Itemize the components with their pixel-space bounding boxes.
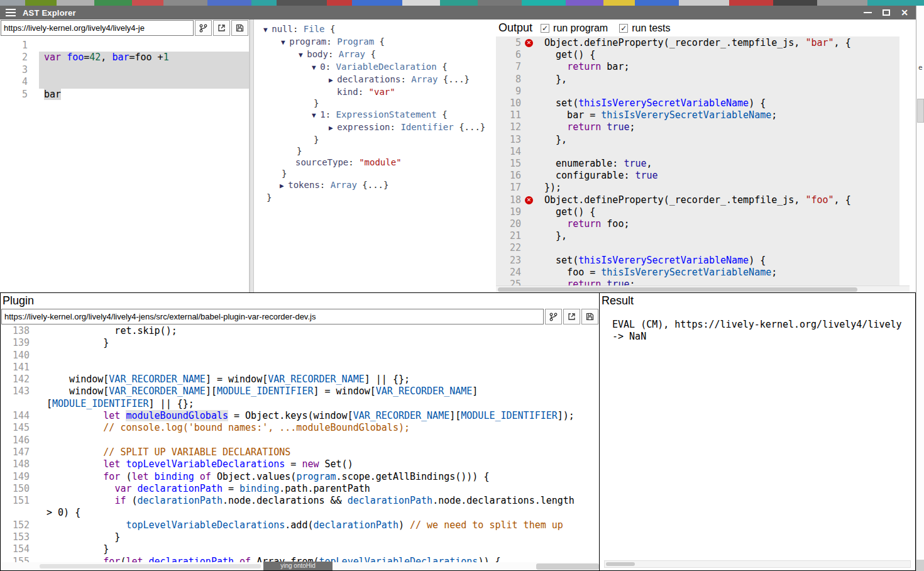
- line-number: 18✕: [496, 194, 524, 206]
- code-line: 8 },: [496, 74, 899, 86]
- plugin-url-row: https://lively-kernel.org/lively4/lively…: [1, 308, 599, 325]
- code-line: 17});: [496, 182, 899, 194]
- line-number: 22: [496, 242, 524, 254]
- status-fragment: ying ontoHid: [263, 562, 333, 570]
- run-program-checkbox[interactable]: ✓: [541, 24, 549, 33]
- result-horizontal-scrollbar[interactable]: [604, 560, 911, 568]
- plugin-panel: Plugin https://lively-kernel.org/lively4…: [0, 292, 600, 571]
- output-horizontal-scrollbar[interactable]: [496, 286, 910, 292]
- scrollbar-thumb[interactable]: [606, 562, 635, 566]
- error-icon[interactable]: ✕: [525, 39, 533, 47]
- code-line: 138 ret.skip();: [1, 325, 599, 337]
- code-line: 145 // console.log('bound names:', ...mo…: [1, 422, 599, 434]
- minimize-icon[interactable]: [864, 12, 872, 13]
- code-line: 14: [496, 146, 899, 158]
- source-code-editor[interactable]: 1 2var foo=42, bar=foo +13 4 5bar: [0, 38, 249, 292]
- code-line: 5✕Object.defineProperty(_recorder_.tempf…: [496, 37, 899, 49]
- code-line: 147 // SPLIT UP VARIABLE DECLARATIONS: [1, 446, 599, 458]
- code-line: 141: [1, 362, 599, 374]
- plugin-horizontal-scrollbar[interactable]: ying ontoHid: [1, 562, 599, 570]
- code-line: }: [254, 145, 496, 157]
- hamburger-menu-icon[interactable]: [6, 9, 16, 16]
- result-output: EVAL (CM), https://lively-kernel.org/liv…: [600, 308, 915, 343]
- line-number: 140: [1, 350, 36, 362]
- plugin-url-input[interactable]: https://lively-kernel.org/lively4/lively…: [1, 309, 544, 324]
- line-number: 21: [496, 230, 524, 242]
- ast-tree-view[interactable]: ▼ null: File {▼ program: Program {▼ body…: [254, 19, 496, 292]
- scrollbar-thumb[interactable]: [536, 563, 599, 570]
- code-line: }: [254, 168, 496, 179]
- line-number: 12: [496, 121, 524, 133]
- code-line: ▼ null: File {: [254, 23, 496, 36]
- source-url-input[interactable]: https://lively-kernel.org/lively4/lively…: [1, 20, 194, 36]
- code-line: 6 get() {: [496, 49, 899, 61]
- line-number: 153: [1, 531, 36, 543]
- line-number: 143: [1, 385, 36, 397]
- code-line: 23 set(thisIsVererySecretVariableName) {: [496, 255, 899, 267]
- code-line: ▶ tokens: Array {...}: [254, 179, 496, 192]
- line-number: 5✕: [496, 37, 524, 49]
- code-line: ▼ 0: VariableDeclaration {: [254, 61, 496, 74]
- window-titlebar[interactable]: AST Explorer ✕: [0, 6, 916, 19]
- plugin-save-button[interactable]: [581, 309, 598, 324]
- output-label: Output: [498, 21, 532, 35]
- code-line: 3: [0, 64, 249, 76]
- source-save-button[interactable]: [231, 20, 248, 36]
- line-number: 6: [496, 49, 524, 61]
- line-number: 1: [0, 40, 39, 52]
- code-line: 140: [1, 350, 599, 362]
- plugin-branch-button[interactable]: [545, 309, 562, 324]
- save-icon: [586, 313, 594, 321]
- code-line: EVAL (CM), https://lively-kernel.org/liv…: [612, 319, 915, 331]
- code-line: }: [254, 192, 496, 203]
- line-number: 147: [1, 446, 36, 458]
- source-branch-button[interactable]: [195, 20, 212, 36]
- result-title: Result: [600, 293, 915, 308]
- code-line: 7 return bar;: [496, 61, 899, 73]
- code-line: 21 },: [496, 230, 899, 242]
- line-number: 9: [496, 86, 524, 97]
- code-line: 139 }: [1, 337, 599, 349]
- code-line: kind: "var": [254, 86, 496, 97]
- run-tests-checkbox[interactable]: ✓: [619, 24, 628, 33]
- code-line: 1: [0, 40, 249, 52]
- source-open-external-button[interactable]: [213, 20, 230, 36]
- code-line: > 0) {: [1, 507, 599, 519]
- line-number: 148: [1, 458, 36, 470]
- top-region: https://lively-kernel.org/lively4/lively…: [0, 19, 916, 292]
- line-number: [1, 398, 36, 410]
- plugin-title: Plugin: [1, 293, 599, 308]
- plugin-open-external-button[interactable]: [563, 309, 580, 324]
- edge-bottom-fragment: [916, 560, 924, 571]
- scrollbar-track[interactable]: [40, 564, 261, 568]
- output-code-view[interactable]: 5✕Object.defineProperty(_recorder_.tempf…: [496, 36, 899, 286]
- scrollbar-thumb[interactable]: [498, 287, 857, 292]
- error-icon[interactable]: ✕: [525, 196, 533, 204]
- code-line: 25 return true;: [496, 279, 899, 286]
- edge-scrollbar-fragment: [917, 99, 924, 123]
- line-number: 146: [1, 435, 36, 446]
- line-number: 10: [496, 97, 524, 109]
- desktop-background-strip: [0, 0, 924, 6]
- code-line: 144 let moduleBoundGlobals = Object.keys…: [1, 410, 599, 422]
- code-line: 16 configurable: true: [496, 170, 899, 182]
- panel-splitter[interactable]: [250, 19, 254, 292]
- code-line: 5bar: [0, 89, 249, 101]
- code-line: 154 }: [1, 543, 599, 555]
- code-line: 146: [1, 435, 599, 446]
- code-line: 143 window[VAR_RECORDER_NAME][MODULE_IDE…: [1, 385, 599, 397]
- window-controls: ✕: [864, 8, 908, 17]
- bottom-region: Plugin https://lively-kernel.org/lively4…: [0, 292, 916, 571]
- line-number: 3: [0, 64, 39, 76]
- line-number: 138: [1, 325, 36, 337]
- close-icon[interactable]: ✕: [901, 8, 908, 17]
- line-number: 5: [0, 89, 39, 101]
- maximize-icon[interactable]: [883, 9, 890, 16]
- code-line: ▼ body: Array {: [254, 48, 496, 61]
- code-line: 12 return true;: [496, 121, 899, 133]
- plugin-code-editor[interactable]: 138 ret.skip();139 }140 141 142 window[V…: [1, 325, 599, 570]
- line-number: 2: [0, 52, 39, 64]
- line-number: 15: [496, 158, 524, 170]
- line-number: 142: [1, 374, 36, 385]
- line-number: 139: [1, 337, 36, 349]
